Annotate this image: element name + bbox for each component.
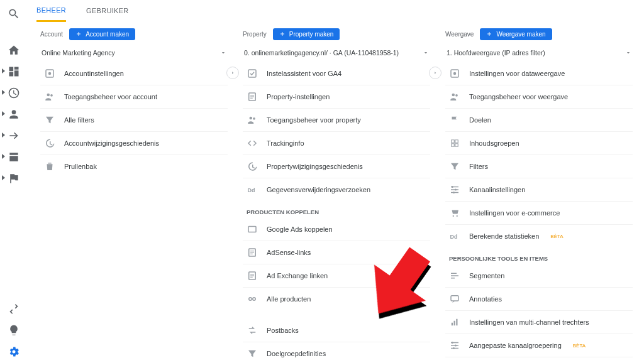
create-view-button[interactable]: Weergave maken (480, 28, 552, 40)
svg-point-7 (253, 117, 255, 120)
property-item-5[interactable]: DdGegevensverwijderingsverzoeken (243, 178, 430, 201)
account-item-1[interactable]: Toegangsbeheer voor account (40, 85, 228, 109)
property-dropdown-label: 0. onlinemarketingagency.nl/ · GA (UA-11… (244, 49, 399, 57)
funnel-icon (449, 317, 460, 328)
svg-point-6 (250, 117, 253, 120)
account-colname: Account (40, 31, 63, 38)
svg-point-28 (455, 345, 457, 347)
svg-point-18 (455, 94, 458, 97)
history-icon (44, 138, 55, 149)
nav-acquisition[interactable] (8, 129, 20, 142)
nav-attribution[interactable] (8, 303, 20, 315)
property-item-0[interactable]: Instelassistent voor GA4 (243, 62, 430, 85)
view-item-6[interactable]: Instellingen voor e-commerce (445, 202, 633, 225)
view-item-3[interactable]: Inhoudsgroepen (445, 132, 633, 155)
tab-beheer[interactable]: BEHEER (36, 6, 66, 22)
nav-admin[interactable] (8, 345, 20, 358)
property-link-item-3[interactable]: Alle producten (243, 288, 430, 310)
svg-point-13 (253, 298, 256, 301)
tab-gebruiker[interactable]: GEBRUIKER (86, 7, 129, 21)
account-item-0[interactable]: Accountinstellingen (40, 62, 228, 85)
view-personal-item-label: Annotaties (469, 295, 502, 303)
create-property-button[interactable]: Property maken (273, 28, 340, 40)
content-icon (449, 138, 460, 149)
view-personal-item-label: Instellingen van multi-channel trechters (469, 318, 589, 326)
flag-icon (449, 114, 460, 126)
view-item-0[interactable]: Instellingen voor dataweergave (445, 62, 633, 85)
history-icon (247, 161, 258, 172)
plus-icon (75, 31, 82, 37)
property-column: Property Property maken 0. onlinemarketi… (238, 25, 435, 358)
property-link-item-1[interactable]: AdSense-links (243, 241, 430, 264)
view-item-5[interactable]: Kanaalinstellingen (445, 178, 633, 202)
property-item-1[interactable]: Property-instellingen (243, 85, 430, 109)
svg-point-27 (452, 342, 453, 344)
property-item-3[interactable]: Trackinginfo (243, 132, 430, 155)
personal-section-header: PERSOONLIJKE TOOLS EN ITEMS (445, 247, 633, 264)
account-item-label: Alle filters (64, 116, 94, 124)
gear-icon (8, 345, 20, 358)
property-dropdown[interactable]: 0. onlinemarketingagency.nl/ · GA (UA-11… (243, 46, 430, 62)
create-account-label: Account maken (86, 31, 129, 38)
view-personal-item-2[interactable]: Instellingen van multi-channel trechters (445, 311, 633, 334)
svg-text:Dd: Dd (450, 234, 458, 240)
property-item-label: Toegangsbeheer voor property (267, 116, 361, 124)
page-icon (247, 270, 258, 281)
view-item-7[interactable]: DdBerekende statistiekenBÈTA (445, 225, 633, 247)
svg-text:Dd: Dd (248, 187, 255, 193)
account-item-2[interactable]: Alle filters (40, 109, 228, 132)
trash-icon (44, 161, 55, 172)
view-item-label: Toegangsbeheer voor weergave (469, 93, 568, 100)
ads-icon (247, 224, 258, 235)
plus-icon (279, 31, 286, 37)
property-audience-item-1[interactable]: Doelgroepdefinities (243, 342, 430, 358)
view-personal-item-0[interactable]: Segmenten (445, 264, 633, 288)
products-section-header: PRODUCTEN KOPPELEN (243, 201, 430, 218)
svg-rect-23 (451, 296, 458, 301)
view-personal-item-3[interactable]: Aangepaste kanaalgroeperingBÈTA (445, 334, 633, 357)
account-item-label: Accountinstellingen (64, 70, 124, 77)
svg-rect-26 (456, 319, 457, 326)
segment-icon (449, 270, 460, 281)
property-item-4[interactable]: Propertywijzigingsgeschiedenis (243, 155, 430, 178)
svg-point-19 (452, 186, 453, 188)
nav-dashboards[interactable] (8, 65, 20, 78)
property-link-item-2[interactable]: Ad Exchange linken (243, 264, 430, 288)
filter-icon (449, 161, 460, 172)
account-item-3[interactable]: Accountwijzigingsgeschiedenis (40, 132, 228, 155)
property-link-item-label: Alle producten (267, 295, 311, 303)
people-icon (44, 91, 55, 102)
account-dropdown[interactable]: Online Marketing Agency (40, 46, 228, 62)
nav-conversions[interactable] (8, 172, 20, 185)
search-button[interactable] (0, 0, 28, 28)
svg-rect-9 (248, 227, 256, 232)
view-personal-item-1[interactable]: Annotaties (445, 288, 633, 311)
view-item-label: Instellingen voor dataweergave (469, 70, 565, 77)
bulb-icon (8, 324, 20, 337)
svg-point-20 (455, 189, 457, 191)
view-item-1[interactable]: Toegangsbeheer voor weergave (445, 85, 633, 109)
svg-rect-4 (248, 70, 256, 77)
property-audience-item-0[interactable]: Postbacks (243, 319, 430, 342)
account-item-4[interactable]: Prullenbak (40, 155, 228, 178)
link-icon (247, 293, 258, 305)
property-link-item-0[interactable]: Google Ads koppelen (243, 218, 430, 241)
svg-point-12 (249, 298, 252, 301)
property-link-item-label: Google Ads koppelen (267, 225, 333, 233)
property-audience-item-label: Postbacks (267, 327, 299, 334)
nav-realtime[interactable] (8, 87, 20, 99)
search-icon (8, 8, 20, 20)
view-item-2[interactable]: Doelen (445, 109, 633, 132)
view-column: Weergave Weergave maken 1. Hoofdweergave… (440, 25, 638, 358)
caret-down-icon (625, 50, 631, 56)
view-item-4[interactable]: Filters (445, 155, 633, 178)
view-dropdown[interactable]: 1. Hoofdweergave (IP adres filter) (445, 46, 633, 62)
cart-icon (449, 207, 460, 219)
create-account-button[interactable]: Account maken (69, 28, 135, 40)
nav-home[interactable] (8, 44, 20, 57)
nav-audience[interactable] (8, 108, 20, 121)
nav-behavior[interactable] (8, 151, 20, 163)
property-item-2[interactable]: Toegangsbeheer voor property (243, 109, 430, 132)
property-link-item-label: Ad Exchange linken (267, 272, 328, 279)
nav-discover[interactable] (8, 324, 20, 337)
